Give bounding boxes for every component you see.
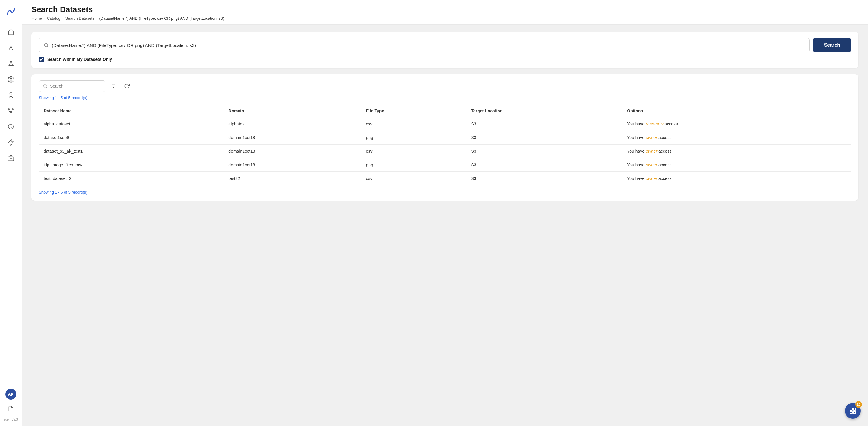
sidebar-item-settings[interactable] — [4, 73, 18, 86]
svg-rect-29 — [850, 412, 852, 414]
cell-target-location: S3 — [466, 117, 622, 131]
sidebar-nav — [4, 26, 18, 389]
table-row: test_dataset_2 test22 csv S3 You have ow… — [39, 172, 851, 185]
access-suffix: access — [657, 135, 672, 140]
sidebar-item-docs[interactable] — [4, 402, 18, 416]
table-search-input[interactable] — [50, 84, 101, 89]
app-version: adp - V2.3 — [4, 418, 18, 421]
svg-point-0 — [10, 46, 12, 48]
filter-icon — [111, 83, 116, 89]
my-datasets-checkbox[interactable] — [39, 57, 44, 62]
cell-target-location: S3 — [466, 172, 622, 185]
main-search-input-wrap[interactable] — [39, 38, 810, 53]
cell-domain: test22 — [223, 172, 361, 185]
user-avatar[interactable]: AP — [5, 389, 17, 400]
main-content: Search Datasets Home › Catalog › Search … — [22, 0, 868, 426]
breadcrumb-sep-3: › — [96, 17, 97, 21]
svg-point-20 — [44, 43, 48, 47]
cell-domain: alphatest — [223, 117, 361, 131]
filter-button[interactable] — [108, 81, 119, 91]
cell-target-location: S3 — [466, 131, 622, 145]
results-table: Dataset Name Domain File Type Target Loc… — [39, 105, 851, 185]
table-row: dataset_s3_ak_test1 domain1oct18 csv S3 … — [39, 145, 851, 158]
cell-file-type: csv — [361, 145, 466, 158]
access-suffix: access — [657, 176, 672, 181]
svg-point-2 — [10, 61, 11, 62]
search-row: Search — [39, 38, 851, 53]
main-search-input[interactable] — [52, 43, 805, 48]
app-logo[interactable] — [4, 5, 18, 18]
fab-container: 20 — [845, 403, 861, 419]
refresh-button[interactable] — [122, 81, 132, 91]
access-type: owner — [646, 135, 657, 140]
cell-target-location: S3 — [466, 145, 622, 158]
access-suffix: access — [663, 122, 678, 126]
records-info-top[interactable]: Showing 1 - 5 of 5 record(s) — [39, 95, 851, 100]
breadcrumb-current: (DatasetName:*) AND (FileType: csv OR pn… — [99, 16, 224, 21]
checkbox-row: Search Within My Datasets Only — [39, 57, 851, 62]
breadcrumb-catalog[interactable]: Catalog — [47, 16, 61, 21]
svg-point-10 — [8, 109, 9, 110]
svg-rect-30 — [854, 412, 856, 414]
sidebar-item-network[interactable] — [4, 57, 18, 70]
cell-file-type: png — [361, 158, 466, 172]
svg-line-5 — [9, 62, 10, 65]
cell-options: You have owner access — [622, 172, 851, 185]
cell-file-type: csv — [361, 172, 466, 185]
breadcrumb-home[interactable]: Home — [31, 16, 42, 21]
cell-domain: domain1oct18 — [223, 131, 361, 145]
access-type: owner — [646, 162, 657, 167]
sidebar-item-flow[interactable] — [4, 104, 18, 118]
access-suffix: access — [657, 162, 672, 167]
cell-dataset-name: idp_image_files_raw — [39, 158, 223, 172]
table-header: Dataset Name Domain File Type Target Loc… — [39, 105, 851, 117]
fab-button[interactable]: 20 — [845, 403, 861, 419]
svg-rect-28 — [854, 408, 856, 410]
cell-options: You have read-only access — [622, 117, 851, 131]
content-area: Search Search Within My Datasets Only — [22, 25, 868, 426]
results-card: Showing 1 - 5 of 5 record(s) Dataset Nam… — [31, 74, 858, 201]
cell-target-location: S3 — [466, 158, 622, 172]
records-info-bottom[interactable]: Showing 1 - 5 of 5 record(s) — [39, 190, 851, 194]
access-type: read-only — [646, 122, 663, 126]
table-search-icon — [43, 84, 48, 89]
access-type: owner — [646, 176, 657, 181]
sidebar-item-bag[interactable] — [4, 152, 18, 165]
col-domain: Domain — [223, 105, 361, 117]
sidebar-item-user[interactable] — [4, 41, 18, 55]
breadcrumb-sep-1: › — [44, 17, 45, 21]
access-type: owner — [646, 149, 657, 154]
search-button[interactable]: Search — [813, 38, 851, 53]
table-search-wrap[interactable] — [39, 80, 105, 92]
svg-point-8 — [10, 79, 12, 80]
svg-marker-14 — [8, 140, 13, 145]
table-header-row: Dataset Name Domain File Type Target Loc… — [39, 105, 851, 117]
access-suffix: access — [657, 149, 672, 154]
access-prefix: You have — [627, 122, 646, 126]
cell-dataset-name: dataset_s3_ak_test1 — [39, 145, 223, 158]
cell-domain: domain1oct18 — [223, 158, 361, 172]
results-toolbar — [39, 80, 851, 92]
cell-dataset-name: test_dataset_2 — [39, 172, 223, 185]
sidebar: AP adp - V2.3 — [0, 0, 22, 426]
sidebar-item-home[interactable] — [4, 26, 18, 39]
table-body: alpha_dataset alphatest csv S3 You have … — [39, 117, 851, 185]
cell-domain: domain1oct18 — [223, 145, 361, 158]
col-options: Options — [622, 105, 851, 117]
svg-point-11 — [12, 109, 13, 110]
table-row: dataset1sep9 domain1oct18 png S3 You hav… — [39, 131, 851, 145]
cell-options: You have owner access — [622, 131, 851, 145]
search-icon — [43, 42, 49, 48]
refresh-icon — [124, 83, 130, 89]
col-dataset-name: Dataset Name — [39, 105, 223, 117]
cell-file-type: png — [361, 131, 466, 145]
sidebar-item-history[interactable] — [4, 120, 18, 133]
my-datasets-label[interactable]: Search Within My Datasets Only — [47, 57, 112, 62]
svg-point-9 — [10, 93, 12, 95]
cell-file-type: csv — [361, 117, 466, 131]
search-card: Search Search Within My Datasets Only — [31, 32, 858, 68]
sidebar-item-person[interactable] — [4, 89, 18, 102]
sidebar-item-lightning[interactable] — [4, 136, 18, 149]
breadcrumb-search-datasets[interactable]: Search Datasets — [65, 16, 94, 21]
cell-options: You have owner access — [622, 158, 851, 172]
